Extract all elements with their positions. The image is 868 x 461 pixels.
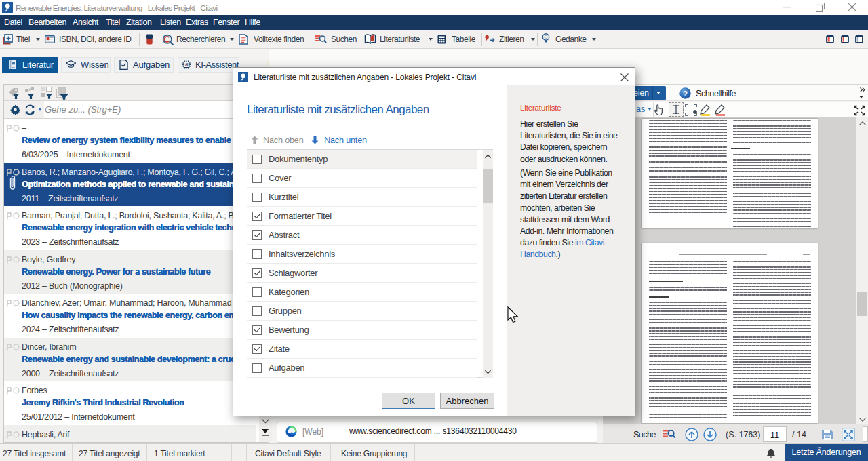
svg-text:?: ? bbox=[683, 89, 688, 98]
svg-text:AI: AI bbox=[185, 63, 189, 66]
